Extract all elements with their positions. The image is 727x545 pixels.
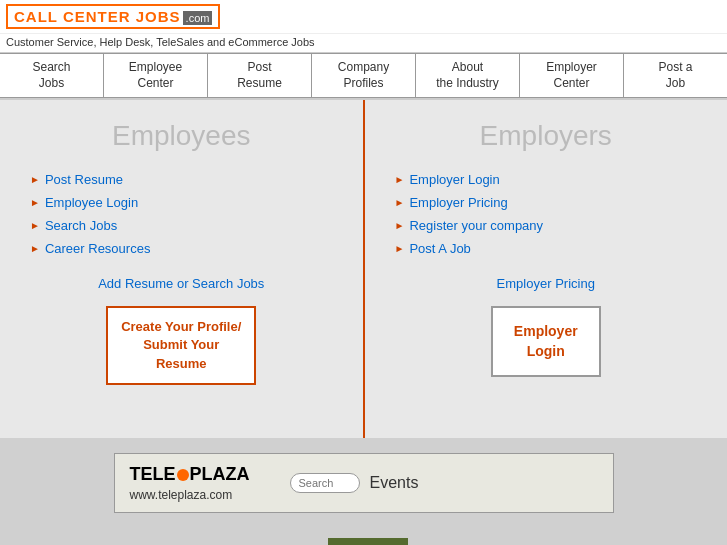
logo-dotcom: .com xyxy=(183,11,213,25)
employers-link-list: ► Employer Login ► Employer Pricing ► Re… xyxy=(395,172,698,256)
tagline: Customer Service, Help Desk, TeleSales a… xyxy=(0,33,727,52)
post-resume-link[interactable]: Post Resume xyxy=(45,172,123,187)
nav-item-employee-center[interactable]: EmployeeCenter xyxy=(104,54,208,97)
arrow-icon: ► xyxy=(395,220,405,231)
employees-title: Employees xyxy=(30,120,333,152)
employees-link-list: ► Post Resume ► Employee Login ► Search … xyxy=(30,172,333,256)
search-jobs-link[interactable]: Search Jobs xyxy=(45,218,117,233)
arrow-icon: ► xyxy=(395,174,405,185)
list-item: ► Register your company xyxy=(395,218,698,233)
arrow-icon: ► xyxy=(30,243,40,254)
list-item: ► Employer Pricing xyxy=(395,195,698,210)
list-item: ► Employer Login xyxy=(395,172,698,187)
register-company-link[interactable]: Register your company xyxy=(409,218,543,233)
weddle-box: WEDDLE's Top 100 Web Site xyxy=(328,538,408,545)
create-profile-button[interactable]: Create Your Profile/Submit Your Resume xyxy=(106,306,256,385)
list-item: ► Post A Job xyxy=(395,241,698,256)
employee-login-link[interactable]: Employee Login xyxy=(45,195,138,210)
list-item: ► Career Resources xyxy=(30,241,333,256)
logo-box: CALL CENTER JOBS.com xyxy=(6,4,220,29)
add-resume-label: Add Resume or xyxy=(98,276,192,291)
nav-item-about-industry[interactable]: Aboutthe Industry xyxy=(416,54,520,97)
employers-title: Employers xyxy=(395,120,698,152)
logo-text: CALL CENTER JOBS xyxy=(14,8,181,25)
teleplaza-url: www.teleplaza.com xyxy=(130,488,290,502)
nav-item-search-jobs[interactable]: SearchJobs xyxy=(0,54,104,97)
teleplaza-box: TELEPLAZA www.teleplaza.com Events xyxy=(114,453,614,513)
nav-item-employer-center[interactable]: EmployerCenter xyxy=(520,54,624,97)
arrow-icon: ► xyxy=(30,174,40,185)
list-item: ► Search Jobs xyxy=(30,218,333,233)
nav-item-company-profiles[interactable]: CompanyProfiles xyxy=(312,54,416,97)
list-item: ► Post Resume xyxy=(30,172,333,187)
teleplaza-logo: TELEPLAZA xyxy=(130,464,270,485)
employer-login-button[interactable]: EmployerLogin xyxy=(491,306,601,377)
partners-row: D iversityJobs.com Partner WEDDLE's Top … xyxy=(20,528,707,545)
post-job-link[interactable]: Post A Job xyxy=(409,241,470,256)
bottom-banner: TELEPLAZA www.teleplaza.com Events D ive… xyxy=(0,438,727,545)
search-jobs-center-link[interactable]: Search Jobs xyxy=(192,276,264,291)
header: CALL CENTER JOBS.com Customer Service, H… xyxy=(0,0,727,53)
employees-panel: Employees ► Post Resume ► Employee Login… xyxy=(0,100,365,438)
list-item: ► Employee Login xyxy=(30,195,333,210)
search-input[interactable] xyxy=(299,477,349,489)
search-box[interactable] xyxy=(290,473,360,493)
arrow-icon: ► xyxy=(30,220,40,231)
employers-center-text: Employer Pricing xyxy=(395,276,698,291)
events-label: Events xyxy=(370,474,419,492)
nav-item-post-job[interactable]: Post aJob xyxy=(624,54,727,97)
arrow-icon: ► xyxy=(30,197,40,208)
nav-item-post-resume[interactable]: PostResume xyxy=(208,54,312,97)
employees-center-text: Add Resume or Search Jobs xyxy=(30,276,333,291)
search-events-area: Events xyxy=(290,473,419,493)
employer-login-link[interactable]: Employer Login xyxy=(409,172,499,187)
nav-bar: SearchJobs EmployeeCenter PostResume Com… xyxy=(0,53,727,98)
main-content: Employees ► Post Resume ► Employee Login… xyxy=(0,98,727,438)
employer-pricing-center-link[interactable]: Employer Pricing xyxy=(497,276,595,291)
arrow-icon: ► xyxy=(395,197,405,208)
arrow-icon: ► xyxy=(395,243,405,254)
employers-panel: Employers ► Employer Login ► Employer Pr… xyxy=(365,100,728,438)
career-resources-link[interactable]: Career Resources xyxy=(45,241,151,256)
teleplaza-logo-area: TELEPLAZA www.teleplaza.com xyxy=(130,464,290,502)
logo-bar: CALL CENTER JOBS.com xyxy=(0,0,727,33)
employer-pricing-link[interactable]: Employer Pricing xyxy=(409,195,507,210)
